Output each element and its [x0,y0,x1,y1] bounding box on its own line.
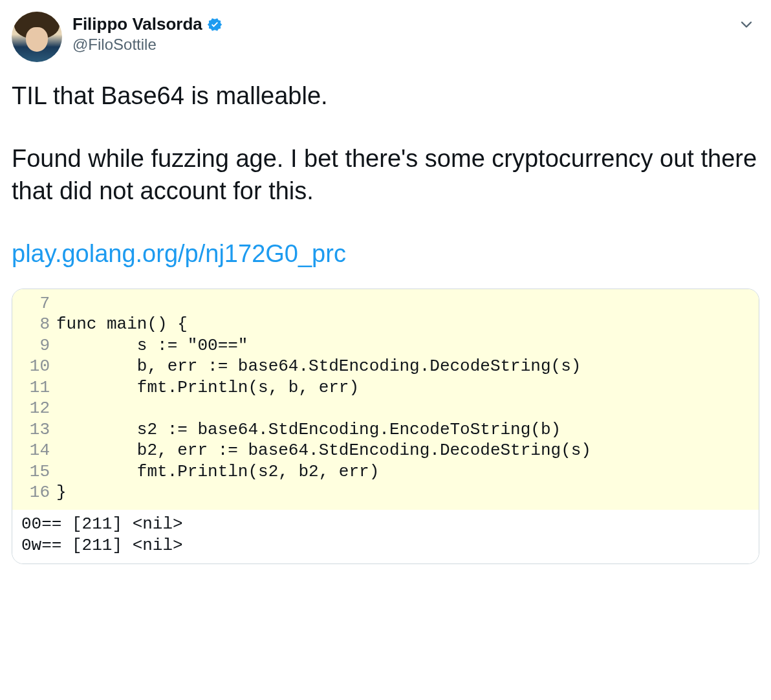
code-text: s := "00==" [56,335,248,356]
code-line: 8func main() { [12,314,759,335]
line-number: 13 [12,419,56,441]
tweet-header: Filippo Valsorda @FiloSottile [12,12,759,62]
user-handle[interactable]: @FiloSottile [72,36,223,54]
code-text: b, err := base64.StdEncoding.DecodeStrin… [56,356,581,377]
code-line: 14 b2, err := base64.StdEncoding.DecodeS… [12,440,759,461]
code-line: 12 [12,398,759,419]
user-names: Filippo Valsorda @FiloSottile [72,12,223,54]
tweet-link[interactable]: play.golang.org/p/nj172G0_prc [12,238,759,270]
code-text: s2 := base64.StdEncoding.EncodeToString(… [56,419,561,441]
line-number: 8 [12,314,56,335]
tweet-body: TIL that Base64 is malleable. Found whil… [12,80,759,270]
code-text: fmt.Println(s2, b2, err) [56,461,379,483]
code-line: 11 fmt.Println(s, b, err) [12,377,759,399]
code-text: func main() { [56,314,188,335]
line-number: 12 [12,398,56,419]
code-output: 00== [211] <nil> 0w== [211] <nil> [12,510,759,564]
code-line: 13 s2 := base64.StdEncoding.EncodeToStri… [12,419,759,441]
line-number: 7 [12,293,56,314]
line-number: 11 [12,377,56,399]
code-line: 15 fmt.Println(s2, b2, err) [12,461,759,483]
code-line: 16} [12,482,759,503]
display-name[interactable]: Filippo Valsorda [72,14,202,34]
embedded-card[interactable]: 78func main() {9 s := "00=="10 b, err :=… [12,289,759,565]
code-text: } [56,482,67,503]
code-block: 78func main() {9 s := "00=="10 b, err :=… [12,289,759,510]
avatar[interactable] [12,12,62,62]
code-text: b2, err := base64.StdEncoding.DecodeStri… [56,440,591,461]
line-number: 9 [12,335,56,356]
code-text: fmt.Println(s, b, err) [56,377,359,399]
line-number: 15 [12,461,56,483]
tweet: Filippo Valsorda @FiloSottile TIL that B… [12,12,759,564]
line-number: 10 [12,356,56,377]
more-button[interactable] [737,16,755,36]
tweet-text-line1: TIL that Base64 is malleable. [12,80,759,112]
line-number: 14 [12,440,56,461]
verified-badge-icon [206,16,223,33]
code-line: 10 b, err := base64.StdEncoding.DecodeSt… [12,356,759,377]
tweet-text-line2: Found while fuzzing age. I bet there's s… [12,143,759,207]
code-line: 9 s := "00==" [12,335,759,356]
line-number: 16 [12,482,56,503]
code-line: 7 [12,293,759,314]
